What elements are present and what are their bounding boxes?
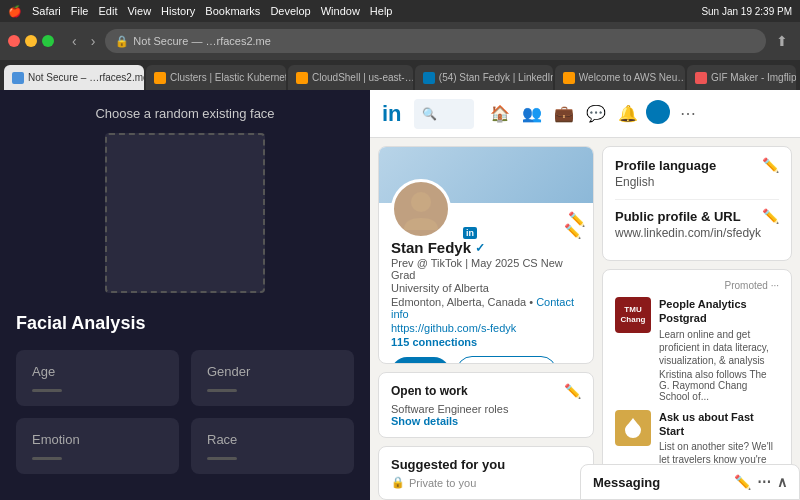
apple-menu[interactable]: 🍎: [8, 5, 22, 18]
profile-header: ✏️ in: [379, 203, 593, 364]
emotion-value: [32, 457, 62, 460]
race-card: Race: [191, 418, 354, 474]
tab-favicon-similarfaces: [12, 72, 24, 84]
facial-recognition-panel: Choose a random existing face Facial Ana…: [0, 90, 370, 500]
open-to-work-card: Open to work ✏️ Software Engineer roles …: [378, 372, 594, 438]
age-label: Age: [32, 364, 55, 379]
otw-edit-icon[interactable]: ✏️: [564, 383, 581, 399]
nav-jobs-icon[interactable]: 💼: [550, 100, 578, 128]
svg-point-0: [411, 192, 431, 212]
nav-home-icon[interactable]: 🏠: [486, 100, 514, 128]
traffic-lights: [8, 35, 54, 47]
close-window-button[interactable]: [8, 35, 20, 47]
messaging-icons: ✏️ ⋯ ∧: [734, 474, 787, 490]
lock-icon: 🔒: [115, 35, 129, 48]
linkedin-logo: in: [382, 101, 402, 127]
profile-avatar-wrap: in: [391, 179, 451, 239]
back-button[interactable]: ‹: [68, 31, 81, 51]
messaging-more-icon[interactable]: ⋯: [757, 474, 771, 490]
history-menu[interactable]: History: [161, 5, 195, 17]
sidebar-divider: [615, 199, 779, 200]
tab-favicon-eks: [154, 72, 166, 84]
tab-cloudshell[interactable]: CloudShell | us-east-…: [288, 65, 413, 90]
edit-menu[interactable]: Edit: [98, 5, 117, 17]
gender-card: Gender: [191, 350, 354, 406]
public-profile-url[interactable]: www.linkedin.com/in/sfedyk: [615, 226, 779, 240]
browser-tabs: Not Secure – …rfaces2.me Clusters | Elas…: [0, 60, 800, 90]
race-label: Race: [207, 432, 237, 447]
fullscreen-window-button[interactable]: [42, 35, 54, 47]
profile-language-card: Profile language ✏️ English Public profi…: [602, 146, 792, 261]
linkedin-badge: in: [463, 227, 477, 239]
tab-similarfaces[interactable]: Not Secure – …rfaces2.me: [4, 65, 144, 90]
profile-edit-cover-icon[interactable]: ✏️: [568, 211, 585, 227]
messaging-collapse-icon[interactable]: ∧: [777, 474, 787, 490]
nav-messages-icon[interactable]: 💬: [582, 100, 610, 128]
promo-name-tmu: Kristina also follows The G. Raymond Cha…: [659, 369, 779, 402]
promo-title-airbnb[interactable]: Ask us about Fast Start: [659, 410, 779, 439]
tab-favicon-aws: [563, 72, 575, 84]
browser-toolbar: ‹ › 🔒 Not Secure — …rfaces2.me ⬆: [0, 22, 800, 60]
otw-show-details-button[interactable]: Show details: [391, 415, 581, 427]
minimize-window-button[interactable]: [25, 35, 37, 47]
gender-value: [207, 389, 237, 392]
tab-favicon-cloudshell: [296, 72, 308, 84]
tab-label-eks: Clusters | Elastic Kubernetes Service | …: [170, 72, 286, 83]
nav-notifications-icon[interactable]: 🔔: [614, 100, 642, 128]
address-text: Not Secure — …rfaces2.me: [133, 35, 271, 47]
public-profile-edit-icon[interactable]: ✏️: [762, 208, 779, 224]
tab-gif[interactable]: GIF Maker - Imgflip: [687, 65, 796, 90]
github-link[interactable]: https://github.com/s-fedyk: [391, 322, 581, 334]
view-menu[interactable]: View: [127, 5, 151, 17]
profile-card: ✏️ in: [378, 146, 594, 364]
window-menu[interactable]: Window: [321, 5, 360, 17]
nav-avatar[interactable]: [646, 100, 670, 124]
safari-menu[interactable]: Safari: [32, 5, 61, 17]
profile-location: Edmonton, Alberta, Canada • Contact info: [391, 296, 581, 320]
add-profile-section-button[interactable]: Add profile section: [456, 356, 558, 364]
messaging-bar[interactable]: Messaging ✏️ ⋯ ∧: [580, 464, 800, 500]
bookmarks-menu[interactable]: Bookmarks: [205, 5, 260, 17]
face-image-placeholder[interactable]: [105, 133, 265, 293]
profile-name: Stan Fedyk ✓: [391, 239, 581, 256]
gender-label: Gender: [207, 364, 250, 379]
promo-title-tmu[interactable]: People Analytics Postgrad: [659, 297, 779, 326]
age-card: Age: [16, 350, 179, 406]
linkedin-sidebar: Profile language ✏️ English Public profi…: [602, 146, 792, 500]
tab-favicon-linkedin: [423, 72, 435, 84]
linkedin-navbar: in 🔍 🏠 👥 💼 💬 🔔 ⋯: [370, 90, 800, 138]
tab-linkedin[interactable]: (54) Stan Fedyk | LinkedIn: [415, 65, 553, 90]
messaging-compose-icon[interactable]: ✏️: [734, 474, 751, 490]
open-to-button[interactable]: Open to: [391, 357, 450, 364]
address-bar[interactable]: 🔒 Not Secure — …rfaces2.me: [105, 29, 766, 53]
facial-analysis-title: Facial Analysis: [16, 313, 145, 334]
nav-grid-icon[interactable]: ⋯: [674, 100, 702, 128]
time-display: Sun Jan 19 2:39 PM: [701, 6, 792, 17]
promo-logo-airbnb: [615, 410, 651, 446]
tab-label-aws: Welcome to AWS Neu…: [579, 72, 685, 83]
file-menu[interactable]: File: [71, 5, 89, 17]
linkedin-body: ✏️ in: [370, 138, 800, 500]
linkedin-search[interactable]: 🔍: [414, 99, 474, 129]
emotion-label: Emotion: [32, 432, 80, 447]
promo-desc-tmu: Learn online and get proficient in data …: [659, 328, 779, 367]
age-value: [32, 389, 62, 392]
profile-language-value: English: [615, 175, 779, 189]
profile-connections[interactable]: 115 connections: [391, 336, 581, 348]
develop-menu[interactable]: Develop: [270, 5, 310, 17]
tab-aws[interactable]: Welcome to AWS Neu…: [555, 65, 685, 90]
browser-chrome: ‹ › 🔒 Not Secure — …rfaces2.me ⬆ Not Sec…: [0, 22, 800, 90]
profile-language-edit-icon[interactable]: ✏️: [762, 157, 779, 173]
forward-button[interactable]: ›: [87, 31, 100, 51]
messaging-label: Messaging: [593, 475, 660, 490]
profile-tagline: Prev @ TikTok | May 2025 CS New Grad: [391, 257, 581, 281]
tab-label-gif: GIF Maker - Imgflip: [711, 72, 796, 83]
profile-language-section: Profile language ✏️ English: [615, 157, 779, 189]
nav-network-icon[interactable]: 👥: [518, 100, 546, 128]
public-profile-title: Public profile & URL ✏️: [615, 208, 779, 224]
tab-eks[interactable]: Clusters | Elastic Kubernetes Service | …: [146, 65, 286, 90]
share-button[interactable]: ⬆: [772, 31, 792, 51]
more-options-button[interactable]: •••: [563, 363, 581, 364]
help-menu[interactable]: Help: [370, 5, 393, 17]
mac-status-bar: Sun Jan 19 2:39 PM: [701, 6, 792, 17]
